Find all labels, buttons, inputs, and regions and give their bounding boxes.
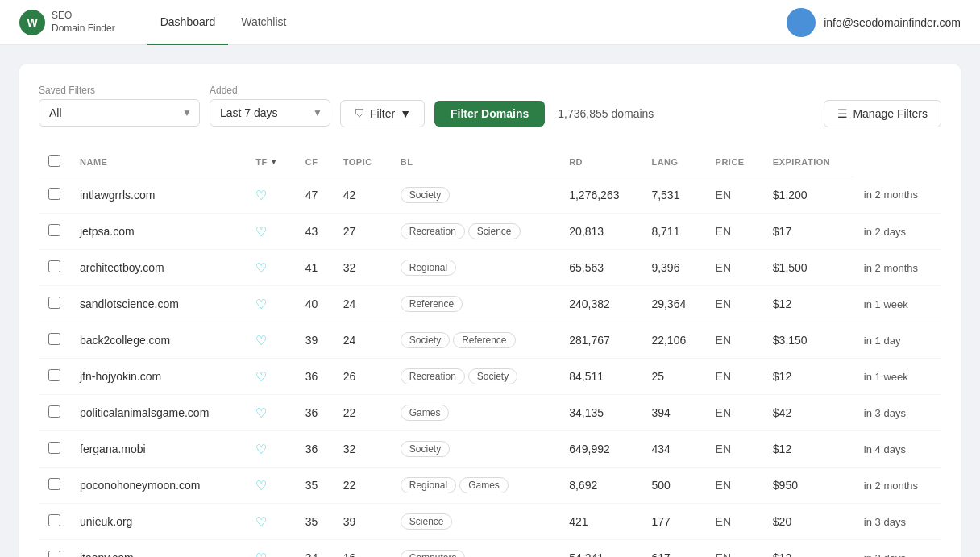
row-checkbox[interactable] [48, 405, 60, 418]
filter-domains-button[interactable]: Filter Domains [434, 101, 545, 127]
watchlist-icon[interactable]: ♡ [255, 225, 267, 239]
watchlist-icon[interactable]: ♡ [255, 189, 267, 202]
row-heart-icon-cell[interactable]: ♡ [246, 468, 295, 504]
row-tf: 47 [296, 177, 334, 214]
row-cf: 42 [334, 177, 391, 214]
row-price: $12 [763, 286, 854, 322]
saved-filters-group: Saved Filters All ▼ [39, 85, 200, 127]
row-checkbox-cell[interactable] [39, 250, 70, 286]
watchlist-icon[interactable]: ♡ [255, 551, 267, 558]
row-cf: 24 [334, 286, 391, 322]
row-heart-icon-cell[interactable]: ♡ [246, 177, 295, 214]
row-expiration: in 2 months [854, 177, 941, 214]
row-checkbox-cell[interactable] [39, 504, 70, 540]
table-row: unieuk.org ♡ 35 39 Science 421 177 EN $2… [39, 504, 941, 540]
manage-filters-icon: ☰ [837, 107, 848, 120]
row-tf: 36 [296, 395, 334, 431]
row-checkbox-cell[interactable] [39, 540, 70, 558]
row-domain-name: jfn-hojyokin.com [70, 359, 246, 395]
row-checkbox[interactable] [48, 224, 60, 236]
row-cf: 16 [334, 540, 391, 558]
row-rd: 22,106 [642, 322, 705, 359]
row-checkbox[interactable] [48, 551, 60, 557]
row-bl: 281,767 [559, 322, 642, 359]
row-checkbox-cell[interactable] [39, 322, 70, 359]
row-checkbox-cell[interactable] [39, 359, 70, 395]
row-cf: 26 [334, 359, 391, 395]
row-cf: 24 [334, 322, 391, 359]
watchlist-icon[interactable]: ♡ [255, 443, 267, 456]
domains-count: 1,736,855 domains [558, 107, 654, 120]
row-bl: 1,276,263 [559, 177, 642, 214]
filter-button[interactable]: ⛉ Filter ▼ [340, 100, 425, 127]
select-all-checkbox[interactable] [48, 155, 60, 167]
row-heart-icon-cell[interactable]: ♡ [246, 214, 295, 250]
row-checkbox[interactable] [48, 188, 60, 200]
row-lang: EN [706, 322, 763, 359]
row-checkbox[interactable] [48, 478, 60, 490]
th-tf[interactable]: TF ▼ [246, 147, 295, 177]
topic-badge: Computers [401, 550, 466, 557]
row-heart-icon-cell[interactable]: ♡ [246, 322, 295, 359]
row-heart-icon-cell[interactable]: ♡ [246, 359, 295, 395]
row-heart-icon-cell[interactable]: ♡ [246, 286, 295, 322]
nav-watchlist[interactable]: Watchlist [228, 0, 299, 45]
row-checkbox[interactable] [48, 442, 60, 454]
row-tf: 36 [296, 431, 334, 468]
row-topics: Society [391, 177, 559, 214]
topic-badge: Reference [401, 296, 463, 312]
watchlist-icon[interactable]: ♡ [255, 370, 267, 384]
row-checkbox[interactable] [48, 297, 60, 309]
watchlist-icon[interactable]: ♡ [255, 261, 267, 275]
row-checkbox[interactable] [48, 260, 60, 272]
row-rd: 394 [642, 395, 705, 431]
row-checkbox-cell[interactable] [39, 431, 70, 468]
added-select[interactable]: Last 7 days [210, 99, 330, 127]
row-expiration: in 3 days [854, 504, 941, 540]
header: W SEO Domain Finder Dashboard Watchlist … [0, 0, 980, 45]
saved-filters-select[interactable]: All [39, 99, 200, 127]
row-expiration: in 4 days [854, 431, 941, 468]
row-price: $950 [763, 468, 854, 504]
watchlist-icon[interactable]: ♡ [255, 479, 267, 493]
table-header: NAME TF ▼ CF TOPIC BL RD LANG PRICE [39, 147, 941, 177]
watchlist-icon[interactable]: ♡ [255, 406, 267, 420]
manage-filters-button[interactable]: ☰ Manage Filters [824, 100, 941, 127]
domains-table: NAME TF ▼ CF TOPIC BL RD LANG PRICE [39, 147, 941, 557]
row-checkbox-cell[interactable] [39, 468, 70, 504]
watchlist-icon[interactable]: ♡ [255, 515, 267, 529]
row-expiration: in 2 months [854, 468, 941, 504]
row-expiration: in 2 months [854, 250, 941, 286]
row-bl: 84,511 [559, 359, 642, 395]
row-checkbox-cell[interactable] [39, 286, 70, 322]
row-price: $20 [763, 504, 854, 540]
row-lang: EN [706, 504, 763, 540]
row-checkbox-cell[interactable] [39, 214, 70, 250]
row-cf: 27 [334, 214, 391, 250]
row-topics: SocietyReference [391, 322, 559, 359]
topic-badge: Society [401, 332, 450, 348]
row-expiration: in 1 week [854, 359, 941, 395]
nav-dashboard[interactable]: Dashboard [147, 0, 229, 45]
row-checkbox[interactable] [48, 369, 60, 381]
topic-badge: Recreation [401, 368, 465, 384]
row-heart-icon-cell[interactable]: ♡ [246, 250, 295, 286]
row-rd: 177 [642, 504, 705, 540]
row-heart-icon-cell[interactable]: ♡ [246, 431, 295, 468]
row-domain-name: intlawgrrls.com [70, 177, 246, 214]
row-rd: 8,711 [642, 214, 705, 250]
watchlist-icon[interactable]: ♡ [255, 297, 267, 311]
row-domain-name: itaapy.com [70, 540, 246, 558]
row-lang: EN [706, 177, 763, 214]
row-heart-icon-cell[interactable]: ♡ [246, 540, 295, 558]
watchlist-icon[interactable]: ♡ [255, 334, 267, 347]
row-checkbox[interactable] [48, 514, 60, 526]
row-checkbox-cell[interactable] [39, 177, 70, 214]
row-bl: 649,992 [559, 431, 642, 468]
topic-badge: Reference [453, 332, 515, 348]
row-checkbox-cell[interactable] [39, 395, 70, 431]
row-checkbox[interactable] [48, 333, 60, 345]
row-heart-icon-cell[interactable]: ♡ [246, 504, 295, 540]
row-bl: 34,135 [559, 395, 642, 431]
row-heart-icon-cell[interactable]: ♡ [246, 395, 295, 431]
